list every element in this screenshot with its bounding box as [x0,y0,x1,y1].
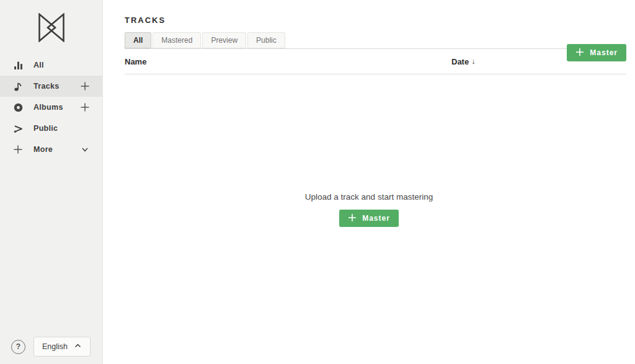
main-content: TRACKS All Mastered Preview Public Maste… [103,16,635,227]
empty-state-message: Upload a track and start mastering [103,192,635,202]
tracks-filter-tabbar: All Mastered Preview Public [125,32,626,49]
bar-chart-icon [12,60,24,71]
sidebar-item-albums[interactable]: Albums [0,97,102,118]
sort-descending-icon: ↓ [471,57,475,66]
vinyl-record-icon [12,102,24,113]
master-button-label: Master [362,214,390,223]
sidebar-item-more[interactable]: More [0,139,102,160]
plus-icon [348,213,357,224]
language-selector[interactable]: English [33,337,91,357]
sidebar-item-public[interactable]: Public [0,118,102,139]
master-button-empty-state[interactable]: Master [339,210,399,227]
tab-public[interactable]: Public [247,32,285,48]
sidebar-item-label: Tracks [33,82,59,91]
sidebar-item-all[interactable]: All [0,55,102,76]
tab-mastered[interactable]: Mastered [153,32,201,48]
sidebar-item-label: More [33,145,53,154]
share-icon [12,123,24,134]
chevron-up-icon [74,342,82,352]
add-track-button[interactable] [80,81,90,91]
tab-all[interactable]: All [125,32,151,48]
help-button[interactable]: ? [11,340,25,354]
sidebar-item-tracks[interactable]: Tracks [0,76,102,97]
empty-state: Upload a track and start mastering Maste… [103,192,635,227]
question-mark-icon: ? [16,342,20,351]
music-note-icon [12,81,24,92]
sidebar-item-label: Albums [33,103,63,112]
column-header-name[interactable]: Name [125,57,146,66]
sidebar-item-label: Public [33,124,58,133]
sidebar: All Tracks [0,0,103,364]
column-header-date-label: Date [451,57,469,66]
sidebar-item-label: All [33,61,44,69]
plus-icon [12,144,24,155]
column-header-date[interactable]: Date ↓ [451,49,475,74]
add-album-button[interactable] [80,102,90,112]
page-title: TRACKS [125,16,626,25]
app-logo[interactable] [0,0,102,55]
bowtie-logo-icon [38,13,64,45]
chevron-down-icon[interactable] [80,144,90,154]
tracks-table-header: Name Date ↓ [125,49,626,74]
tab-preview[interactable]: Preview [202,32,246,48]
language-selected-label: English [42,342,68,351]
